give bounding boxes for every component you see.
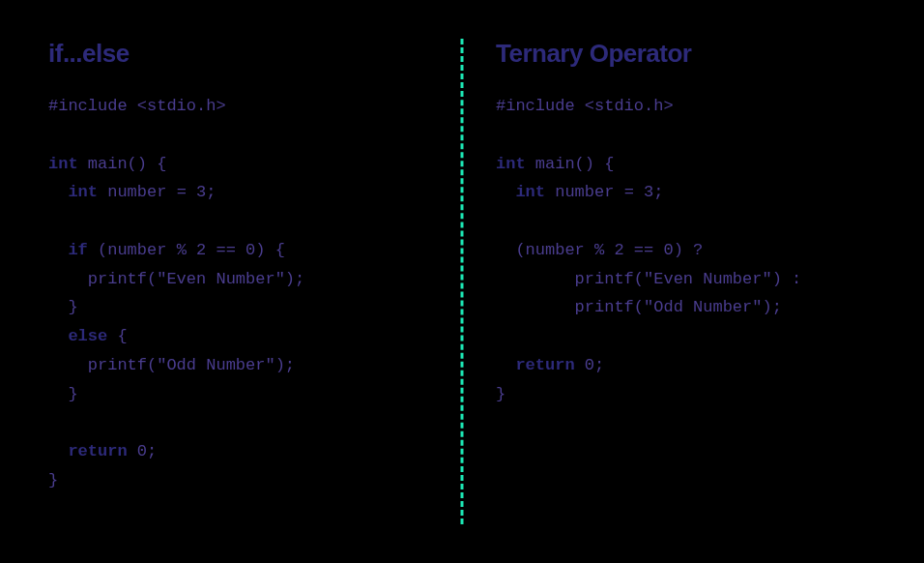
- string-literal: "Even Number": [157, 270, 285, 288]
- code-text: );: [762, 298, 781, 316]
- code-text: );: [285, 270, 304, 288]
- code-line: }: [48, 298, 78, 316]
- keyword-int: int: [515, 183, 545, 201]
- code-text: ;: [147, 442, 157, 460]
- code-line: #include <stdio.h>: [496, 97, 674, 115]
- code-text: (number %: [88, 241, 196, 259]
- number-literal: 3: [196, 183, 206, 201]
- code-text: [575, 356, 585, 374]
- code-text: (number %: [496, 241, 614, 259]
- code-text: [496, 183, 515, 201]
- code-text: [496, 356, 515, 374]
- code-text: ) ?: [674, 241, 704, 259]
- code-text: ) :: [772, 270, 802, 288]
- keyword-int: int: [496, 155, 526, 173]
- code-line: #include <stdio.h>: [48, 97, 226, 115]
- code-text: number =: [545, 183, 644, 201]
- number-literal: 2: [196, 241, 206, 259]
- code-text: {: [107, 327, 127, 345]
- number-literal: 0: [245, 241, 255, 259]
- code-text: [48, 183, 68, 201]
- keyword-return: return: [68, 442, 127, 460]
- right-column: Ternary Operator #include <stdio.h> int …: [457, 39, 876, 524]
- left-column: if...else #include <stdio.h> int main() …: [48, 39, 457, 524]
- code-text: [48, 241, 68, 259]
- code-line: }: [48, 385, 78, 403]
- right-heading: Ternary Operator: [496, 39, 876, 69]
- number-literal: 3: [644, 183, 653, 201]
- code-text: printf(: [496, 298, 644, 316]
- code-text: main() {: [78, 155, 167, 173]
- code-text: [48, 442, 68, 460]
- code-text: main() {: [526, 155, 615, 173]
- number-literal: 2: [614, 241, 623, 259]
- string-literal: "Odd Number": [644, 298, 762, 316]
- keyword-int: int: [48, 155, 78, 173]
- number-literal: 0: [663, 241, 673, 259]
- number-literal: 0: [137, 442, 147, 460]
- right-code-block: #include <stdio.h> int main() { int numb…: [496, 92, 876, 408]
- code-text: [128, 442, 137, 460]
- code-text: ;: [653, 183, 663, 201]
- left-code-block: #include <stdio.h> int main() { int numb…: [48, 92, 428, 495]
- string-literal: "Odd Number": [157, 356, 274, 374]
- code-line: }: [496, 385, 505, 403]
- code-text: number =: [98, 183, 196, 201]
- number-literal: 0: [585, 356, 594, 374]
- keyword-if: if: [68, 241, 87, 259]
- code-text: ) {: [255, 241, 285, 259]
- code-text: ;: [206, 183, 216, 201]
- code-text: printf(: [48, 270, 157, 288]
- code-text: printf(: [496, 270, 644, 288]
- keyword-int: int: [68, 183, 98, 201]
- code-text: ==: [624, 241, 664, 259]
- keyword-return: return: [515, 356, 574, 374]
- left-heading: if...else: [48, 39, 428, 69]
- code-text: [48, 327, 68, 345]
- code-text: );: [275, 356, 295, 374]
- code-text: ==: [206, 241, 245, 259]
- string-literal: "Even Number": [644, 270, 772, 288]
- code-line: }: [48, 471, 58, 489]
- vertical-divider: [461, 39, 464, 524]
- keyword-else: else: [68, 327, 107, 345]
- code-text: ;: [594, 356, 604, 374]
- code-text: printf(: [48, 356, 157, 374]
